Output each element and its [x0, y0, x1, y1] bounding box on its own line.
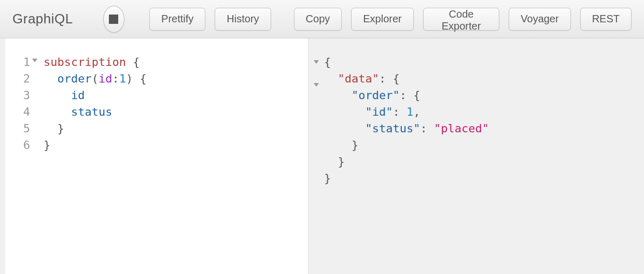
line-gutter: 123456 [5, 54, 34, 274]
editor-split: 123456 subscription { order(id:1) { id s… [0, 38, 644, 274]
toolbar: GraphiQL Prettify History Copy Explorer … [0, 0, 644, 38]
stop-icon [109, 15, 118, 24]
result-code: { "data": { "order": { "id": 1, "status"… [324, 54, 644, 274]
query-editor[interactable]: 123456 subscription { order(id:1) { id s… [5, 38, 309, 274]
app-title: GraphiQL [12, 11, 73, 27]
copy-button[interactable]: Copy [294, 8, 342, 31]
explorer-button[interactable]: Explorer [351, 8, 413, 31]
query-code[interactable]: subscription { order(id:1) { id status }… [34, 54, 301, 274]
voyager-button[interactable]: Voyager [509, 8, 570, 31]
rest-button[interactable]: REST [580, 8, 632, 31]
code-exporter-button[interactable]: Code Exporter [423, 8, 500, 31]
result-viewer: { "data": { "order": { "id": 1, "status"… [309, 38, 644, 274]
execute-button[interactable] [103, 6, 124, 33]
scrollbar[interactable] [301, 54, 308, 274]
result-gutter [309, 54, 324, 274]
history-button[interactable]: History [215, 8, 271, 31]
prettify-button[interactable]: Prettify [149, 8, 205, 31]
